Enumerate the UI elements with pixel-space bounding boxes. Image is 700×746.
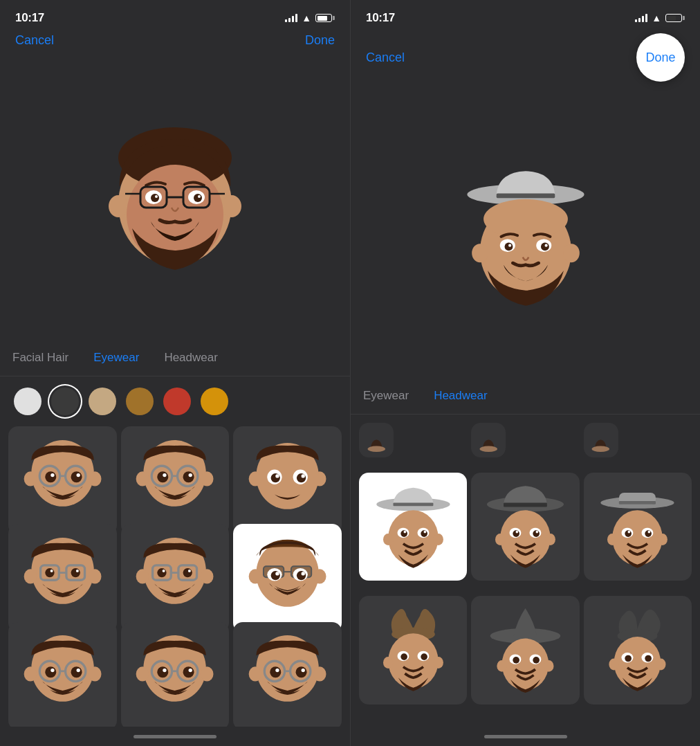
svg-point-67 xyxy=(313,569,326,583)
status-bar-left: 10:17 ▲ xyxy=(0,0,350,30)
svg-point-18 xyxy=(89,471,102,486)
color-swatch-white[interactable] xyxy=(14,388,42,415)
svg-point-117 xyxy=(508,244,511,246)
grid-item-partial-3[interactable] xyxy=(584,423,618,457)
svg-point-84 xyxy=(71,667,82,678)
tab-eyewear-right[interactable]: Eyewear xyxy=(351,383,421,408)
svg-point-3 xyxy=(222,195,241,217)
color-swatch-red[interactable] xyxy=(163,388,191,415)
svg-point-171 xyxy=(533,657,540,664)
grid-item-glasses-3[interactable] xyxy=(8,524,117,633)
color-swatch-dark[interactable] xyxy=(51,388,79,415)
grid-item-cowboy[interactable] xyxy=(359,473,467,581)
svg-point-179 xyxy=(645,655,652,662)
svg-point-14 xyxy=(155,195,158,198)
svg-point-95 xyxy=(163,668,167,672)
svg-point-166 xyxy=(497,660,506,672)
svg-point-120 xyxy=(480,446,498,452)
svg-point-76 xyxy=(302,572,305,575)
svg-point-52 xyxy=(71,568,80,577)
svg-point-24 xyxy=(50,473,54,477)
svg-point-78 xyxy=(24,667,37,682)
svg-point-13 xyxy=(194,194,202,202)
battery-icon-right xyxy=(665,14,685,22)
svg-point-121 xyxy=(592,446,610,452)
svg-point-79 xyxy=(89,667,102,682)
grid-item-glasses-6[interactable] xyxy=(121,622,230,727)
svg-point-163 xyxy=(421,653,427,660)
grid-item-glasses-1[interactable] xyxy=(8,426,117,535)
home-indicator-left xyxy=(0,727,350,746)
svg-point-64 xyxy=(188,570,191,572)
avatar-area-right xyxy=(351,90,700,383)
svg-point-61 xyxy=(158,568,167,577)
status-icons-right: ▲ xyxy=(635,12,685,24)
svg-point-132 xyxy=(423,530,426,533)
svg-point-85 xyxy=(50,668,54,672)
grid-item-no-glasses[interactable] xyxy=(233,426,342,535)
color-swatch-tan[interactable] xyxy=(89,388,116,415)
svg-point-119 xyxy=(367,446,385,452)
grid-item-witch[interactable] xyxy=(471,596,579,704)
home-bar-right xyxy=(484,735,567,738)
svg-point-142 xyxy=(516,530,519,533)
svg-point-136 xyxy=(495,534,505,545)
svg-point-66 xyxy=(249,569,262,583)
svg-point-110 xyxy=(483,199,568,239)
tab-headwear-left[interactable]: Headwear xyxy=(151,345,230,370)
grid-item-glasses-4[interactable] xyxy=(121,524,230,633)
svg-point-88 xyxy=(136,667,149,682)
tab-facial-hair[interactable]: Facial Hair xyxy=(0,345,81,370)
battery-icon xyxy=(315,14,335,22)
svg-point-124 xyxy=(388,510,438,565)
grid-item-partial-2[interactable] xyxy=(471,423,506,457)
svg-point-167 xyxy=(544,660,553,672)
svg-point-63 xyxy=(163,570,165,572)
svg-point-15 xyxy=(198,195,201,198)
color-swatch-gold[interactable] xyxy=(201,388,228,415)
svg-point-62 xyxy=(183,568,192,577)
signal-icon xyxy=(285,14,297,22)
svg-point-37 xyxy=(249,471,262,486)
svg-point-162 xyxy=(400,653,407,660)
cancel-button-right[interactable]: Cancel xyxy=(366,51,405,65)
grid-item-selected[interactable] xyxy=(233,524,342,633)
grid-item-jester[interactable] xyxy=(359,596,467,704)
done-button-circle[interactable]: Done xyxy=(636,33,685,82)
grid-item-glasses-7[interactable] xyxy=(233,622,342,727)
svg-point-23 xyxy=(71,471,82,482)
svg-point-131 xyxy=(403,530,406,533)
grid-item-wide-hat[interactable] xyxy=(471,473,579,581)
svg-rect-134 xyxy=(504,502,547,507)
time-right: 10:17 xyxy=(366,11,395,25)
category-tabs-right: Eyewear Headwear xyxy=(351,383,700,414)
memoji-preview-right xyxy=(450,161,602,313)
grid-item-partial-1[interactable] xyxy=(359,423,394,457)
cancel-button-left[interactable]: Cancel xyxy=(15,33,54,48)
svg-rect-146 xyxy=(619,500,656,504)
svg-point-175 xyxy=(656,659,665,671)
svg-point-93 xyxy=(158,667,169,678)
grid-item-flat-hat[interactable] xyxy=(584,473,692,581)
grid-item-dark-pointed[interactable] xyxy=(584,596,692,704)
headwear-grid xyxy=(351,415,700,727)
svg-point-158 xyxy=(383,657,393,668)
color-swatch-brown[interactable] xyxy=(126,388,154,415)
svg-point-94 xyxy=(183,667,194,678)
svg-point-46 xyxy=(24,569,37,583)
grid-item-glasses-5[interactable] xyxy=(8,622,117,727)
done-button-left[interactable]: Done xyxy=(305,33,335,48)
tab-headwear[interactable]: Headwear xyxy=(421,383,500,408)
svg-point-170 xyxy=(513,657,519,664)
svg-point-17 xyxy=(24,471,37,486)
svg-point-173 xyxy=(614,637,661,689)
svg-rect-123 xyxy=(393,502,433,506)
svg-point-154 xyxy=(628,530,631,533)
tab-eyewear[interactable]: Eyewear xyxy=(81,345,151,370)
svg-point-43 xyxy=(275,474,279,477)
status-bar-right: 10:17 ▲ xyxy=(351,0,700,30)
svg-point-89 xyxy=(201,667,214,682)
left-phone-panel: 10:17 ▲ Cancel Done xyxy=(0,0,350,746)
svg-point-28 xyxy=(201,471,214,486)
grid-item-glasses-2[interactable] xyxy=(121,426,230,535)
